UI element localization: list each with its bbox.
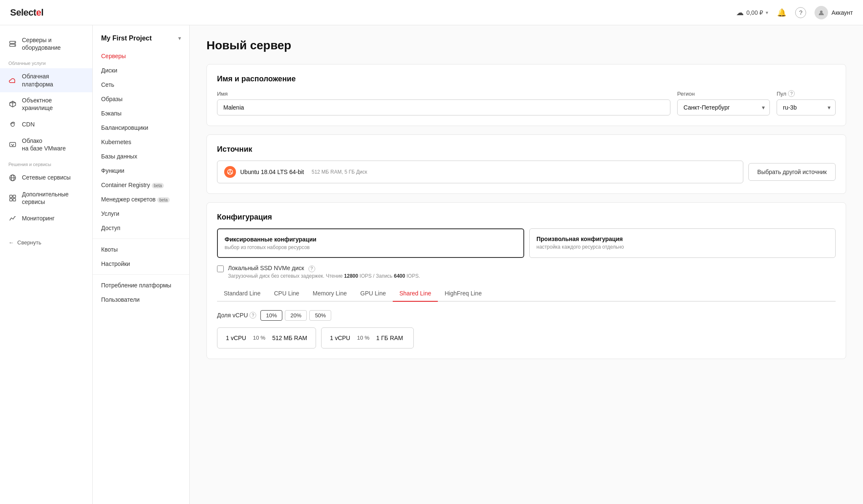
server-card-1[interactable]: 1 vCPU 10 % 1 ГБ RAM	[321, 327, 414, 349]
ssd-checkbox[interactable]	[217, 265, 224, 272]
nav-item-quotas[interactable]: Квоты	[93, 242, 189, 257]
sidebar-item-network[interactable]: Сетевые сервисы	[0, 169, 92, 186]
nav-item-kubernetes-label: Kubernetes	[101, 139, 131, 145]
tab-cpu[interactable]: CPU Line	[267, 286, 306, 302]
config-custom-card[interactable]: Произвольная конфигурация настройка кажд…	[529, 228, 836, 258]
main-layout: Серверы и оборудование Облачные услуги О…	[0, 0, 863, 504]
tab-standard[interactable]: Standard Line	[217, 286, 267, 302]
nav-item-access[interactable]: Доступ	[93, 221, 189, 235]
cloud-icon: ☁	[736, 8, 744, 17]
nav-item-disks[interactable]: Диски	[93, 63, 189, 78]
source-change-button[interactable]: Выбрать другой источник	[748, 163, 836, 181]
pool-help-icon[interactable]: ?	[788, 90, 795, 97]
source-selected: Ubuntu 18.04 LTS 64-bit 512 МБ RAM, 5 ГБ…	[217, 161, 743, 183]
sidebar-item-monitoring[interactable]: Мониторинг	[0, 210, 92, 227]
cloud-icon	[8, 76, 17, 85]
project-name: My First Project	[101, 35, 152, 42]
balance-display[interactable]: ☁ 0,00 ₽ ▾	[736, 8, 768, 17]
nav-item-balancers[interactable]: Балансировщики	[93, 121, 189, 135]
collapse-button[interactable]: ← Свернуть	[0, 235, 92, 250]
tab-shared[interactable]: Shared Line	[393, 286, 438, 302]
nav-item-consumption[interactable]: Потребление платформы	[93, 278, 189, 292]
nav-item-settings-label: Настройки	[101, 260, 130, 267]
region-field-group: Регион Санкт-Петербург Москва	[677, 91, 770, 115]
vcpu-btn-20[interactable]: 20%	[285, 310, 307, 321]
vcpu-btn-50[interactable]: 50%	[309, 310, 331, 321]
top-header: Selectel ☁ 0,00 ₽ ▾ 🔔 ? Аккаунт	[0, 0, 863, 25]
region-select-wrapper: Санкт-Петербург Москва	[677, 99, 770, 115]
account-menu[interactable]: Аккаунт	[815, 6, 853, 19]
avatar	[815, 6, 828, 19]
nav-item-secrets[interactable]: Менеджер секретовbeta	[93, 192, 189, 206]
pool-select[interactable]: ru-3b ru-3a	[777, 99, 836, 115]
help-icon[interactable]: ?	[795, 7, 806, 18]
secrets-badge: beta	[157, 197, 169, 203]
project-chevron[interactable]: ▾	[178, 35, 181, 41]
nav-item-users-label: Пользователи	[101, 296, 139, 303]
account-label: Аккаунт	[831, 9, 853, 16]
nav-item-secrets-label: Менеджер секретов	[101, 196, 155, 203]
sidebar-item-cdn[interactable]: CDN	[0, 116, 92, 133]
config-cards: Фиксированные конфигурации выбор из гото…	[217, 228, 836, 258]
sidebar-item-servers-label: Серверы и оборудование	[22, 36, 84, 51]
nav-divider-1	[93, 239, 189, 239]
server-card-1-percent: 10 %	[357, 335, 370, 341]
source-row: Ubuntu 18.04 LTS 64-bit 512 МБ RAM, 5 ГБ…	[217, 161, 836, 183]
tab-highfreq[interactable]: HighFreq Line	[438, 286, 488, 302]
nav-item-container[interactable]: Container Registrybeta	[93, 178, 189, 192]
ssd-help-icon[interactable]: ?	[308, 265, 315, 272]
pool-field-group: Пул ? ru-3b ru-3a	[777, 90, 836, 115]
container-badge: beta	[152, 183, 164, 188]
sidebar-item-cdn-label: CDN	[22, 121, 35, 128]
nav-item-users[interactable]: Пользователи	[93, 292, 189, 307]
name-input[interactable]	[217, 99, 670, 115]
nav-item-servers[interactable]: Серверы	[93, 49, 189, 63]
nav-item-network[interactable]: Сеть	[93, 78, 189, 92]
solutions-section-label: Решения и сервисы	[0, 157, 92, 169]
fields-row: Имя Регион Санкт-Петербург Москва Пул	[217, 90, 836, 115]
nav-item-backups[interactable]: Бэкапы	[93, 106, 189, 121]
tab-memory[interactable]: Memory Line	[306, 286, 354, 302]
nav-item-settings[interactable]: Настройки	[93, 257, 189, 271]
sidebar-item-cloud[interactable]: Облачнаяплатформа	[0, 68, 92, 92]
sidebar-item-object[interactable]: Объектноехранилище	[0, 92, 92, 116]
header-right: ☁ 0,00 ₽ ▾ 🔔 ? Аккаунт	[736, 6, 853, 19]
server-card-0[interactable]: 1 vCPU 10 % 512 МБ RAM	[217, 327, 316, 349]
ssd-read: 12800	[344, 273, 358, 279]
name-field-group: Имя	[217, 91, 670, 115]
logo[interactable]: Selectel	[10, 7, 43, 18]
nav-item-servers-label: Серверы	[101, 53, 126, 59]
sidebar-item-extra[interactable]: Дополнительныесервисы	[0, 186, 92, 210]
tab-gpu[interactable]: GPU Line	[354, 286, 393, 302]
sidebar-item-servers[interactable]: Серверы и оборудование	[0, 32, 92, 56]
nav-item-kubernetes[interactable]: Kubernetes	[93, 135, 189, 149]
config-fixed-card[interactable]: Фиксированные конфигурации выбор из гото…	[217, 228, 524, 258]
balance-chevron[interactable]: ▾	[766, 10, 768, 16]
nav-item-services[interactable]: Услуги	[93, 206, 189, 221]
vcpu-buttons: 10% 20% 50%	[260, 310, 331, 321]
notifications-icon[interactable]: 🔔	[777, 8, 787, 18]
cloud-section-label: Облачные услуги	[0, 56, 92, 68]
server-card-1-ram: 1 ГБ RAM	[376, 335, 403, 341]
sidebar-item-vmware[interactable]: Облакона базе VMware	[0, 133, 92, 156]
nav-item-functions[interactable]: Функции	[93, 164, 189, 178]
vcpu-btn-10[interactable]: 10%	[260, 310, 282, 321]
ssd-checkbox-row: Локальный SSD NVMe диск ? Загрузочный ди…	[217, 265, 836, 279]
nav-item-images[interactable]: Образы	[93, 92, 189, 106]
sidebar-mid: My First Project ▾ Серверы Диски Сеть Об…	[93, 25, 190, 504]
nav-item-databases[interactable]: Базы данных	[93, 149, 189, 164]
svg-point-18	[230, 170, 231, 171]
page-title: Новый сервер	[206, 39, 846, 52]
cdn-icon	[8, 120, 17, 129]
source-meta: 512 МБ RAM, 5 ГБ Диск	[312, 169, 367, 175]
vcpu-label: Доля vCPU ?	[217, 312, 256, 319]
pool-label: Пул ?	[777, 90, 836, 97]
logo-text: Selectel	[10, 7, 43, 18]
region-select[interactable]: Санкт-Петербург Москва	[677, 99, 770, 115]
source-section: Источник Ubuntu 18.04 LTS 64-bit 512 МБ …	[206, 134, 846, 194]
ssd-label: Локальный SSD NVMe диск ?	[228, 265, 420, 272]
config-fixed-title: Фиксированные конфигурации	[225, 236, 517, 243]
vcpu-help-icon[interactable]: ?	[249, 312, 256, 319]
chart-icon	[8, 214, 17, 223]
config-title: Конфигурация	[217, 213, 836, 222]
